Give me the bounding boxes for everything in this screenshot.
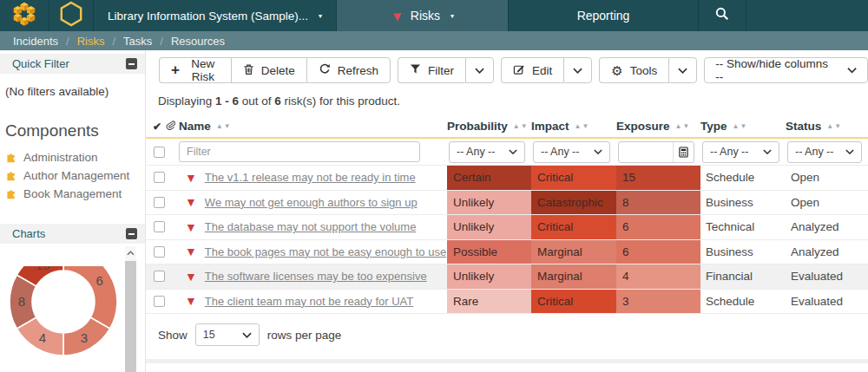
breadcrumb-separator: / bbox=[160, 35, 163, 48]
impact-filter-select[interactable]: -- Any -- bbox=[533, 141, 610, 163]
donut-segment-label: 6 bbox=[95, 273, 102, 288]
delete-button[interactable]: Delete bbox=[231, 57, 306, 83]
no-filters-text: (No filters available) bbox=[5, 85, 140, 98]
breadcrumb: Incidents / Risks / Tasks / Resources bbox=[0, 31, 868, 50]
tools-dropdown-button[interactable] bbox=[668, 57, 697, 83]
sort-asc-icon[interactable]: ▲ bbox=[826, 122, 833, 130]
sort-asc-icon[interactable]: ▲ bbox=[216, 122, 223, 130]
sort-desc-icon[interactable]: ▼ bbox=[834, 122, 841, 130]
breadcrumb-incidents[interactable]: Incidents bbox=[13, 35, 58, 48]
sort-desc-icon[interactable]: ▼ bbox=[521, 122, 528, 130]
nav-risks-label: Risks bbox=[411, 9, 440, 23]
refresh-button[interactable]: Refresh bbox=[306, 57, 391, 83]
risk-name-link[interactable]: The v1.1 release may not be ready in tim… bbox=[205, 171, 416, 184]
chevron-down-icon bbox=[847, 67, 857, 74]
components-title: Components bbox=[5, 121, 145, 140]
sort-desc-icon[interactable]: ▼ bbox=[582, 122, 589, 130]
component-item-administration[interactable]: Administration bbox=[0, 148, 145, 166]
name-filter-input[interactable] bbox=[179, 141, 420, 162]
status-cell: Analyzed bbox=[786, 215, 868, 239]
breadcrumb-risks[interactable]: Risks bbox=[77, 35, 105, 48]
scrollbar-thumb[interactable] bbox=[125, 261, 136, 372]
search-icon bbox=[715, 7, 729, 24]
exposure-cell: 4 bbox=[616, 264, 700, 289]
probability-filter-select[interactable]: -- Any -- bbox=[449, 141, 525, 163]
impact-cell: Critical bbox=[531, 215, 616, 239]
column-header-exposure[interactable]: Exposure ▲▼ bbox=[616, 120, 700, 133]
column-header-type[interactable]: Type ▲▼ bbox=[700, 120, 786, 133]
sort-asc-icon[interactable]: ▲ bbox=[575, 122, 582, 130]
collapse-panel-button[interactable] bbox=[126, 58, 137, 69]
results-summary: Displaying 1 - 6 out of 6 risk(s) for th… bbox=[158, 95, 868, 108]
table-row: ▼ The v1.1 release may not be ready in t… bbox=[146, 166, 868, 191]
type-cell: Schedule bbox=[700, 166, 786, 190]
filter-button[interactable]: Filter bbox=[398, 57, 465, 83]
exposure-filter-input[interactable] bbox=[619, 142, 673, 162]
risk-name-link[interactable]: The client team may not be ready for UAT bbox=[205, 295, 413, 308]
new-risk-button[interactable]: + New Risk bbox=[159, 57, 231, 83]
sort-desc-icon[interactable]: ▼ bbox=[682, 122, 689, 130]
product-menu[interactable]: Library Information System (Sample)... ▾ bbox=[94, 0, 337, 31]
exposure-donut-chart[interactable]: 634815 bbox=[3, 266, 123, 370]
row-checkbox[interactable] bbox=[154, 296, 165, 307]
table-row: ▼ The book pages may not be easy enough … bbox=[146, 240, 868, 265]
tools-button[interactable]: ⚙ Tools bbox=[599, 57, 668, 83]
app-logo[interactable] bbox=[0, 0, 49, 31]
exposure-cell: 6 bbox=[616, 215, 700, 239]
donut-segment-label: 15 bbox=[36, 266, 50, 272]
plus-icon: + bbox=[171, 62, 180, 77]
risk-name-link[interactable]: We may not get enough authors to sign up bbox=[205, 196, 418, 209]
nav-menu-reporting[interactable]: Reporting bbox=[509, 0, 699, 31]
status-cell: Open bbox=[786, 191, 868, 215]
quick-filter-title: Quick Filter bbox=[12, 57, 69, 70]
column-header-status[interactable]: Status ▲▼ bbox=[786, 120, 868, 133]
cube-logo-icon bbox=[10, 0, 39, 32]
risk-name-link[interactable]: The database may not support the volume bbox=[205, 220, 417, 233]
row-checkbox[interactable] bbox=[154, 246, 165, 258]
component-item-author-management[interactable]: Author Management bbox=[0, 166, 145, 185]
collapse-panel-button[interactable] bbox=[126, 228, 137, 239]
column-header-probability[interactable]: Probability ▲▼ bbox=[447, 120, 531, 133]
status-filter-select[interactable]: -- Any -- bbox=[787, 141, 862, 163]
scrollbar-up-arrow[interactable] bbox=[125, 246, 136, 259]
risk-name-link[interactable]: The software licenses may be too expensi… bbox=[205, 270, 427, 283]
donut-segment-label: 4 bbox=[39, 330, 46, 345]
sort-asc-icon[interactable]: ▲ bbox=[513, 122, 520, 130]
charts-panel: 634815 bbox=[0, 244, 145, 372]
sort-desc-icon[interactable]: ▼ bbox=[740, 122, 746, 130]
breadcrumb-resources[interactable]: Resources bbox=[171, 35, 225, 48]
status-cell: Evaluated bbox=[786, 290, 868, 314]
column-header-impact[interactable]: Impact ▲▼ bbox=[531, 120, 616, 133]
sort-desc-icon[interactable]: ▼ bbox=[224, 122, 231, 130]
row-checkbox[interactable] bbox=[154, 197, 165, 208]
row-checkbox[interactable] bbox=[154, 221, 165, 232]
nav-menu-risks[interactable]: ▼ Risks ▾ bbox=[337, 0, 509, 31]
edit-dropdown-button[interactable] bbox=[563, 57, 592, 83]
breadcrumb-tasks[interactable]: Tasks bbox=[123, 35, 152, 48]
sort-asc-icon[interactable]: ▲ bbox=[733, 122, 740, 130]
row-checkbox[interactable] bbox=[154, 172, 165, 183]
search-button[interactable] bbox=[699, 0, 746, 31]
filter-dropdown-button[interactable] bbox=[465, 57, 494, 83]
hexagon-icon bbox=[59, 1, 83, 30]
puzzle-icon bbox=[5, 168, 17, 184]
select-all-checkbox[interactable] bbox=[154, 147, 165, 158]
chevron-down-icon bbox=[573, 68, 582, 74]
column-header-name[interactable]: Name ▲▼ bbox=[179, 120, 447, 133]
type-filter-select[interactable]: -- Any -- bbox=[702, 141, 779, 163]
row-checkbox[interactable] bbox=[154, 271, 165, 282]
charts-scrollbar[interactable] bbox=[125, 246, 136, 372]
rows-per-page-select[interactable]: 15 bbox=[195, 323, 260, 346]
calculator-button[interactable] bbox=[673, 142, 694, 162]
show-hide-columns-select[interactable]: -- Show/hide columns -- bbox=[704, 57, 868, 83]
component-item-book-management[interactable]: Book Management bbox=[0, 185, 145, 203]
show-label: Show bbox=[158, 329, 187, 342]
edit-button[interactable]: Edit bbox=[501, 57, 563, 83]
select-all-check-icon[interactable]: ✔ bbox=[153, 121, 161, 133]
exposure-filter-group bbox=[618, 141, 694, 163]
sort-asc-icon[interactable]: ▲ bbox=[675, 122, 682, 130]
probability-cell: Unlikely bbox=[447, 264, 531, 289]
workspace-hexagon-button[interactable] bbox=[49, 0, 94, 31]
risk-name-link[interactable]: The book pages may not be easy enough to… bbox=[205, 245, 446, 258]
trash-icon bbox=[243, 63, 254, 78]
